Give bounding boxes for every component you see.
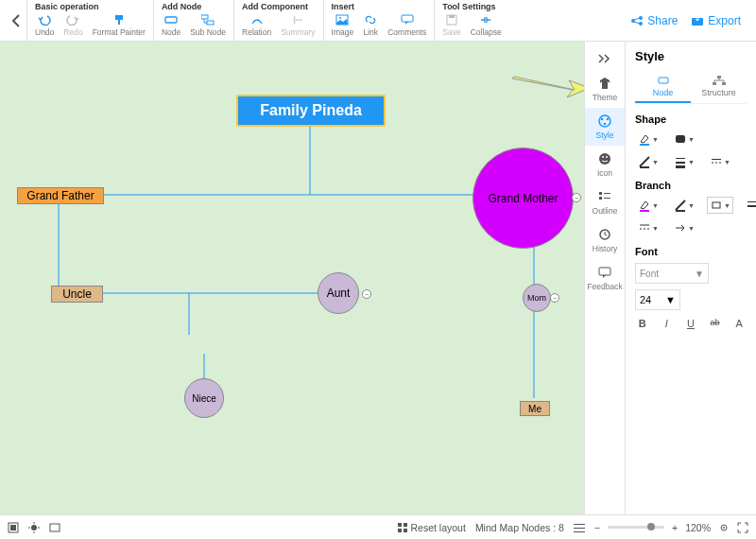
section-branch: Branch — [635, 180, 747, 191]
mind-map-canvas[interactable]: Family Pineda Grand Father Grand Mother … — [0, 42, 584, 514]
node-grandmother[interactable]: Grand Mother — [472, 148, 574, 249]
branch-endpoint[interactable]: ▼ — [707, 197, 733, 214]
reset-layout-button[interactable]: Reset layout — [397, 522, 466, 533]
branch-color-picker[interactable]: ▼ — [635, 197, 662, 214]
node-aunt[interactable]: Aunt — [318, 272, 359, 314]
tab-structure[interactable]: Structure — [691, 71, 747, 103]
redo-button[interactable]: Redo — [63, 13, 82, 37]
svg-rect-32 — [676, 135, 685, 143]
toggle-mom[interactable]: − — [550, 293, 559, 303]
export-icon — [691, 15, 704, 26]
font-size-select[interactable]: 24▼ — [635, 289, 680, 310]
svg-rect-21 — [599, 192, 602, 195]
svg-point-55 — [723, 527, 725, 529]
font-bold[interactable]: B — [635, 318, 650, 329]
font-color[interactable]: A — [731, 318, 747, 329]
svg-rect-2 — [165, 17, 177, 23]
font-strike[interactable]: ab — [708, 318, 723, 329]
add-node-button[interactable]: Node — [162, 13, 180, 37]
group-title: Basic operation — [35, 2, 146, 11]
rail-history[interactable]: History — [585, 221, 625, 259]
svg-point-20 — [606, 156, 608, 158]
svg-rect-0 — [115, 15, 123, 20]
fullscreen-button[interactable] — [737, 522, 748, 533]
border-style-picker[interactable]: ▼ — [707, 153, 733, 170]
panel-tabs: Node Structure — [635, 71, 747, 104]
insert-image-button[interactable]: Image — [332, 13, 354, 37]
svg-rect-46 — [50, 524, 60, 531]
branch-arrow[interactable]: ▼ — [671, 219, 697, 236]
layers-button[interactable] — [8, 522, 19, 533]
zoom-in-button[interactable]: + — [672, 522, 678, 533]
node-me[interactable]: Me — [520, 401, 550, 416]
relation-button[interactable]: Relation — [242, 13, 271, 37]
fit-button[interactable] — [718, 522, 730, 533]
redo-icon — [65, 13, 80, 26]
node-uncle[interactable]: Uncle — [51, 286, 103, 303]
border-width-picker[interactable]: ▼ — [671, 153, 697, 170]
add-subnode-button[interactable]: Sub Node — [190, 13, 226, 37]
border-color-picker[interactable]: ▼ — [635, 153, 662, 170]
svg-point-15 — [601, 118, 604, 121]
node-icon — [163, 13, 179, 26]
svg-rect-49 — [398, 529, 402, 532]
back-button[interactable] — [6, 0, 26, 41]
group-tool-settings: Tool Settings Save Collapse — [434, 0, 508, 41]
svg-rect-26 — [599, 268, 610, 275]
node-mom[interactable]: Mom — [523, 284, 551, 312]
node-root[interactable]: Family Pineda — [236, 95, 386, 127]
svg-rect-35 — [676, 162, 685, 164]
svg-rect-38 — [640, 210, 649, 212]
zoom-level: 120% — [685, 522, 711, 533]
group-add-node: Add Node Node Sub Node — [153, 0, 233, 41]
svg-point-45 — [31, 525, 37, 530]
node-niece[interactable]: Niece — [184, 378, 224, 418]
fill-color-picker[interactable]: ▼ — [635, 130, 662, 148]
bottom-bar: Reset layout Mind Map Nodes : 8 − + 120% — [0, 514, 756, 539]
rail-feedback[interactable]: Feedback — [585, 259, 625, 297]
comments-icon — [400, 13, 415, 26]
export-button[interactable]: Export — [691, 14, 741, 27]
insert-link-button[interactable]: Link — [363, 13, 378, 37]
font-underline[interactable]: U — [683, 318, 698, 329]
shape-picker[interactable]: ▼ — [671, 130, 697, 148]
svg-rect-36 — [676, 165, 685, 168]
svg-point-16 — [607, 118, 610, 121]
font-italic[interactable]: I — [660, 318, 675, 329]
tab-node[interactable]: Node — [635, 71, 691, 103]
summary-button[interactable]: Summary — [281, 13, 315, 37]
share-button[interactable]: Share — [630, 14, 678, 27]
svg-rect-28 — [717, 76, 721, 78]
rail-outline[interactable]: Outline — [585, 183, 625, 221]
rail-style[interactable]: Style — [585, 108, 625, 146]
format-painter-button[interactable]: Format Painter — [93, 13, 146, 37]
insert-comments-button[interactable]: Comments — [387, 13, 426, 37]
history-icon — [596, 227, 613, 242]
branch-line-color[interactable]: ▼ — [671, 197, 697, 214]
zoom-slider[interactable] — [608, 526, 664, 529]
toggle-grandmother[interactable]: − — [572, 193, 581, 202]
structure-tab-icon — [712, 75, 727, 86]
view-button[interactable] — [49, 522, 60, 533]
toggle-aunt[interactable]: − — [362, 289, 371, 299]
font-family-select[interactable]: Font▼ — [635, 263, 709, 284]
branch-width[interactable]: ▼ — [743, 197, 756, 214]
svg-rect-47 — [398, 523, 402, 527]
save-button[interactable]: Save — [442, 13, 460, 37]
rail-icon[interactable]: Icon — [585, 146, 625, 183]
svg-rect-48 — [404, 523, 407, 527]
node-grandfather[interactable]: Grand Father — [17, 187, 104, 204]
brightness-button[interactable] — [28, 522, 40, 533]
svg-point-19 — [602, 156, 604, 158]
nodes-list-button[interactable] — [574, 523, 585, 532]
smiley-icon — [596, 151, 613, 166]
undo-button[interactable]: Undo — [35, 13, 54, 37]
collapse-button[interactable]: Collapse — [471, 13, 502, 37]
branch-style[interactable]: ▼ — [635, 219, 662, 236]
collapse-panel-button[interactable] — [585, 47, 625, 70]
summary-icon — [290, 13, 305, 26]
svg-rect-53 — [574, 531, 585, 532]
rail-theme[interactable]: Theme — [585, 70, 625, 108]
zoom-out-button[interactable]: − — [594, 522, 600, 533]
collapse-icon — [478, 13, 493, 26]
